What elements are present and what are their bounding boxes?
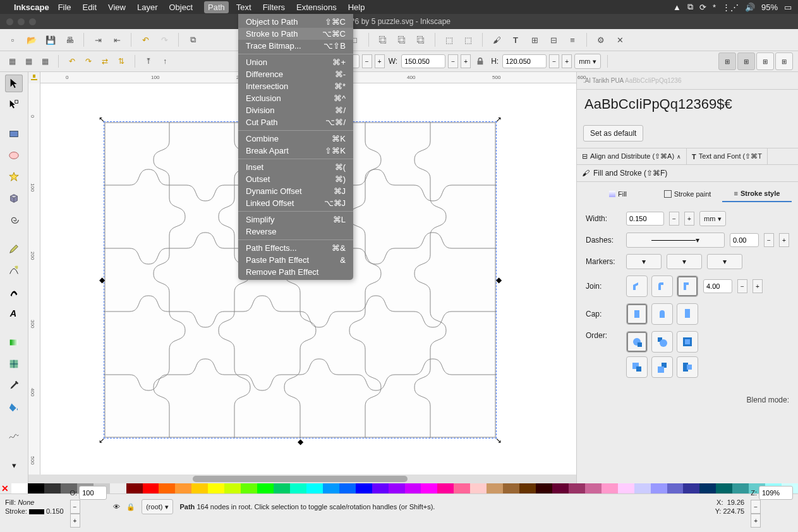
align-icon[interactable]: ⊟: [546, 32, 561, 47]
order-3-button[interactable]: [677, 331, 698, 353]
affect-stroke-icon[interactable]: ⊞: [718, 52, 736, 70]
star-tool[interactable]: [5, 168, 23, 186]
layers-icon[interactable]: ≡: [565, 32, 580, 47]
screen-icon[interactable]: ⧉: [687, 2, 693, 12]
color-swatch[interactable]: [175, 483, 191, 493]
dash-minus-button[interactable]: −: [764, 233, 774, 247]
wifi-icon[interactable]: ⋮⋰: [722, 3, 739, 12]
miter-limit-input[interactable]: [703, 279, 732, 293]
deselect-icon[interactable]: ▦: [38, 54, 52, 68]
cap-square-button[interactable]: [677, 303, 698, 325]
zoom-minus-button[interactable]: −: [751, 500, 761, 514]
selection-handle[interactable]: ◆: [99, 277, 105, 283]
close-window-icon[interactable]: [6, 18, 13, 25]
stroke-style-tab[interactable]: ≡Stroke style: [722, 186, 792, 202]
color-swatch[interactable]: [716, 483, 732, 493]
color-swatch[interactable]: [339, 483, 356, 493]
node-tool[interactable]: [5, 96, 23, 114]
menu-item-trace-bitmap-[interactable]: Trace Bitmap...⌥⇧B: [238, 40, 353, 52]
dash-plus-button[interactable]: +: [779, 233, 789, 247]
color-swatch[interactable]: [389, 483, 405, 493]
redo-icon[interactable]: ↷: [157, 32, 172, 47]
marker-start-select[interactable]: ▾: [626, 254, 662, 269]
menu-item-path-effects-[interactable]: Path Effects...⌘&: [238, 242, 353, 254]
menu-item-stroke-to-path[interactable]: Stroke to Path⌥⌘C: [238, 28, 353, 40]
y-plus-button[interactable]: +: [375, 54, 385, 68]
bucket-tool[interactable]: [5, 398, 23, 416]
join-miter-button[interactable]: [677, 275, 698, 297]
width-minus-button[interactable]: −: [669, 212, 679, 226]
menu-item-dynamic-offset[interactable]: Dynamic Offset⌘J: [238, 185, 353, 197]
color-swatch[interactable]: [683, 483, 699, 493]
selector-tool[interactable]: [5, 75, 23, 92]
fill-stroke-header[interactable]: 🖌Fill and Stroke (⇧⌘F): [577, 165, 798, 182]
color-swatch[interactable]: [372, 483, 389, 493]
menu-item-union[interactable]: Union⌘+: [238, 56, 353, 68]
volume-icon[interactable]: 🔊: [745, 3, 755, 12]
color-swatch[interactable]: [667, 483, 684, 493]
color-swatch[interactable]: [356, 483, 372, 493]
spiral-tool[interactable]: [5, 211, 23, 229]
order-1-button[interactable]: [626, 331, 648, 353]
cap-butt-button[interactable]: [626, 303, 648, 325]
zoom-input[interactable]: [759, 486, 793, 500]
copy-icon[interactable]: ⧉: [185, 32, 200, 47]
w-minus-button[interactable]: −: [448, 54, 458, 68]
opacity-plus-button[interactable]: +: [70, 514, 80, 528]
menu-item-intersection[interactable]: Intersection⌘*: [238, 80, 353, 92]
h-minus-button[interactable]: −: [549, 54, 559, 68]
color-swatch[interactable]: [519, 483, 536, 493]
color-swatch[interactable]: [274, 483, 290, 493]
w-input[interactable]: [401, 54, 445, 68]
color-swatch[interactable]: [290, 483, 306, 493]
print-icon[interactable]: 🖶: [62, 32, 77, 47]
raise-top-icon[interactable]: ⤒: [142, 54, 155, 68]
minimize-window-icon[interactable]: [18, 18, 25, 25]
color-swatch[interactable]: [28, 483, 44, 493]
3dbox-tool[interactable]: [5, 190, 23, 207]
flip-v-icon[interactable]: ⇅: [114, 54, 128, 68]
menu-filters[interactable]: Filters: [263, 3, 285, 12]
menu-item-object-to-path[interactable]: Object to Path⇧⌘C: [238, 16, 353, 28]
open-icon[interactable]: 📂: [24, 32, 39, 47]
more-tools[interactable]: ▾: [5, 456, 23, 474]
opacity-minus-button[interactable]: −: [70, 500, 80, 514]
affect-gradient-icon[interactable]: ⊞: [756, 52, 774, 70]
selection-handle[interactable]: ◆: [297, 438, 303, 445]
color-swatch[interactable]: [208, 483, 224, 493]
ungroup-icon[interactable]: ⬚: [461, 32, 476, 47]
visibility-icon[interactable]: 👁: [113, 503, 120, 511]
select-all-layers-icon[interactable]: ▦: [21, 54, 35, 68]
raise-icon[interactable]: ↑: [158, 54, 172, 68]
menu-item-combine[interactable]: Combine⌘K: [238, 133, 353, 145]
join-bevel-button[interactable]: [626, 275, 648, 297]
group-icon[interactable]: ⬚: [442, 32, 457, 47]
color-swatch[interactable]: [224, 483, 241, 493]
color-swatch[interactable]: [487, 483, 503, 493]
menu-item-exclusion[interactable]: Exclusion⌘^: [238, 92, 353, 104]
opacity-input[interactable]: [79, 486, 107, 500]
color-swatch[interactable]: [552, 483, 569, 493]
duplicate-icon[interactable]: ⿻: [375, 32, 390, 47]
miter-minus-button[interactable]: −: [737, 279, 747, 293]
align-tab[interactable]: ⊟Align and Distribute (⇧⌘A)∧: [577, 148, 687, 164]
color-swatch[interactable]: [454, 483, 470, 493]
pencil-tool[interactable]: [5, 240, 23, 258]
miter-plus-button[interactable]: +: [753, 279, 763, 293]
shield-icon[interactable]: ▲: [673, 3, 681, 12]
stroke-paint-tab[interactable]: Stroke paint: [653, 186, 722, 202]
layer-lock-icon[interactable]: 🔒: [126, 503, 135, 511]
affect-pattern-icon[interactable]: ⊞: [775, 52, 793, 70]
undo-icon[interactable]: ↶: [138, 32, 153, 47]
menu-text[interactable]: Text: [236, 3, 251, 12]
y-minus-button[interactable]: −: [362, 54, 372, 68]
bezier-tool[interactable]: [5, 262, 23, 279]
menu-item-break-apart[interactable]: Break Apart⇧⌘K: [238, 145, 353, 157]
color-swatch[interactable]: [732, 483, 749, 493]
fill-tab[interactable]: Fill: [583, 186, 653, 202]
selection-handle[interactable]: ↖: [99, 116, 105, 123]
prefs-icon[interactable]: ⚙: [593, 32, 608, 47]
order-2-button[interactable]: [651, 331, 673, 353]
color-swatch[interactable]: [618, 483, 634, 493]
color-swatch[interactable]: [634, 483, 651, 493]
